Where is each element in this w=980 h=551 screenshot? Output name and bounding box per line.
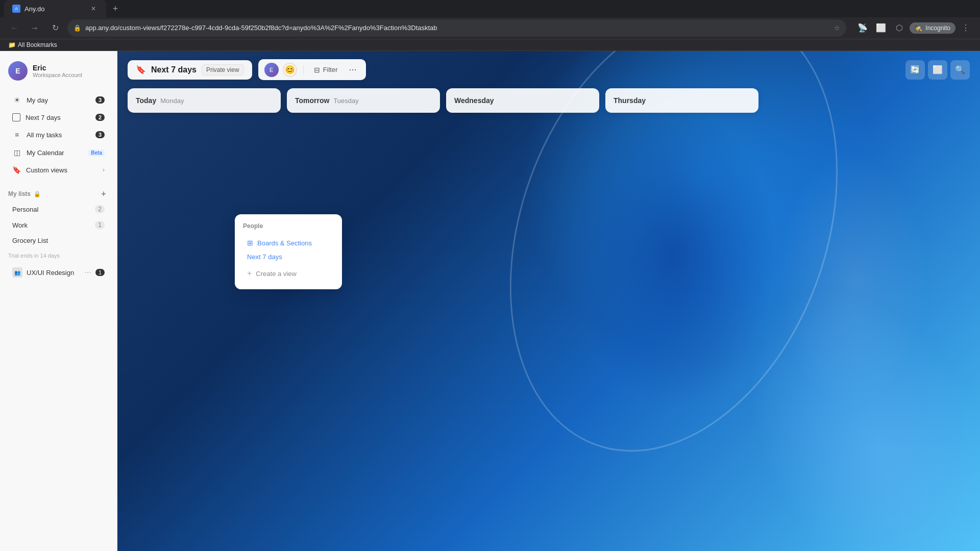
workspace-more-icon[interactable]: ⋯ <box>84 268 91 277</box>
view-header: 🔖 Next 7 days Private view E 😊 ⊟ Filter … <box>117 51 980 88</box>
day-column-tomorrow: Tomorrow Tuesday <box>287 88 440 113</box>
popup-create-view[interactable]: + Create a view <box>243 266 334 281</box>
window-icon[interactable]: ⬜ <box>873 20 889 36</box>
tab-favicon: A <box>12 5 20 13</box>
tomorrow-day-name: Tuesday <box>333 97 358 105</box>
my-day-label: My day <box>27 96 90 104</box>
my-lists-section: My lists 🔒 + <box>0 183 117 201</box>
workspace-item[interactable]: 👥 UX/UI Redesign ⋯ 1 <box>4 263 113 282</box>
browser-tabs: A Any.do ✕ + <box>0 0 980 17</box>
user-info: Eric Workspace Account <box>33 64 109 78</box>
new-tab-button[interactable]: + <box>108 2 122 16</box>
incognito-label: Incognito <box>925 24 950 32</box>
add-list-button[interactable]: + <box>99 189 109 199</box>
header-avatar[interactable]: E <box>264 63 279 77</box>
sidebar-header: E Eric Workspace Account <box>0 51 117 87</box>
next-7-days-popup-label: Next 7 days <box>247 253 282 261</box>
app-container: E Eric Workspace Account ☀ My day 3 Next… <box>0 51 980 551</box>
all-bookmarks-folder[interactable]: 📁 All Bookmarks <box>8 41 57 48</box>
custom-views-row[interactable]: 🔖 Custom views › <box>4 162 113 178</box>
list-item-grocery[interactable]: Grocery List <box>4 233 113 248</box>
day-header-wednesday: Wednesday <box>454 96 591 105</box>
my-lists-title: My lists 🔒 + <box>8 189 109 199</box>
today-label: Today <box>136 96 156 105</box>
layout-button[interactable]: ⬜ <box>928 60 947 80</box>
my-lists-label: My lists <box>8 190 31 197</box>
sidebar-item-my-day[interactable]: ☀ My day 3 <box>4 91 113 109</box>
search-button[interactable]: 🔍 <box>950 60 970 80</box>
view-title: Next 7 days <box>151 65 197 74</box>
personal-count: 2 <box>95 205 105 213</box>
separator <box>303 65 304 74</box>
filter-label: Filter <box>323 66 338 73</box>
day-column-thursday: Thursday <box>605 88 758 113</box>
list-item-work[interactable]: Work 1 <box>4 217 113 233</box>
sidebar-item-next-7-days[interactable]: Next 7 days 2 <box>4 109 113 126</box>
custom-views-popup: People ⊞ Boards & Sections Next 7 days +… <box>235 214 342 289</box>
popup-item-next-7-days[interactable]: Next 7 days <box>243 250 334 264</box>
day-header-tomorrow: Tomorrow Tuesday <box>295 96 432 105</box>
header-actions: E 😊 ⊟ Filter ··· <box>258 59 366 80</box>
header-right-actions: 🔄 ⬜ 🔍 <box>905 60 970 80</box>
beta-badge: Beta <box>88 149 105 156</box>
tab-close-button[interactable]: ✕ <box>89 4 98 13</box>
grocery-label: Grocery List <box>12 237 105 244</box>
extension-icon[interactable]: ⬡ <box>891 20 908 36</box>
popup-item-boards-sections[interactable]: ⊞ Boards & Sections <box>243 236 334 250</box>
browser-toolbar: ← → ↻ 🔒 app.any.do/custom-views/f272278e… <box>0 17 980 39</box>
plus-icon: + <box>247 269 252 278</box>
trial-label: Trial ends in 14 days <box>8 253 60 259</box>
address-bar[interactable]: 🔒 app.any.do/custom-views/f272278e-c997-… <box>67 19 846 37</box>
workspace-badge: 1 <box>95 269 105 276</box>
thursday-label: Thursday <box>614 96 646 105</box>
more-menu-icon[interactable]: ⋮ <box>958 20 974 36</box>
header-emoji-avatar[interactable]: 😊 <box>283 63 297 77</box>
chevron-right-icon: › <box>103 166 105 173</box>
private-badge: Private view <box>202 64 244 76</box>
back-button[interactable]: ← <box>6 20 22 36</box>
lock-icon: 🔒 <box>34 191 41 197</box>
my-calendar-label: My Calendar <box>27 149 83 157</box>
all-tasks-badge: 3 <box>95 131 105 138</box>
filter-button[interactable]: ⊟ Filter <box>310 64 342 76</box>
main-content: 🔖 Next 7 days Private view E 😊 ⊟ Filter … <box>117 51 980 551</box>
bookmark-star-icon[interactable]: ☆ <box>834 24 840 32</box>
day-header-thursday: Thursday <box>614 96 750 105</box>
user-name: Eric <box>33 64 109 72</box>
tab-title: Any.do <box>24 5 45 13</box>
list-item-personal[interactable]: Personal 2 <box>4 202 113 217</box>
lock-icon: 🔒 <box>74 24 81 32</box>
user-avatar[interactable]: E <box>8 61 28 81</box>
browser-chrome: A Any.do ✕ + ← → ↻ 🔒 app.any.do/custom-v… <box>0 0 980 51</box>
today-day-name: Monday <box>160 97 184 105</box>
active-tab[interactable]: A Any.do ✕ <box>4 0 106 17</box>
days-container: Today Monday Tomorrow Tuesday Wednesday … <box>117 88 980 551</box>
sidebar-item-all-tasks[interactable]: ≡ All my tasks 3 <box>4 126 113 143</box>
sync-button[interactable]: 🔄 <box>905 60 925 80</box>
view-title-area: 🔖 Next 7 days Private view <box>128 60 252 80</box>
day-header-today: Today Monday <box>136 96 273 105</box>
bookmarks-bar: 📁 All Bookmarks <box>0 39 980 51</box>
sidebar-nav: ☀ My day 3 Next 7 days 2 ≡ All my tasks … <box>0 87 117 183</box>
custom-views-label: Custom views <box>26 166 97 174</box>
day-column-wednesday: Wednesday <box>446 88 599 113</box>
cast-icon[interactable]: 📡 <box>854 20 871 36</box>
refresh-button[interactable]: ↻ <box>47 20 63 36</box>
forward-button[interactable]: → <box>27 20 43 36</box>
sidebar-item-my-calendar[interactable]: ◫ My Calendar Beta <box>4 144 113 161</box>
create-view-label: Create a view <box>256 270 296 278</box>
custom-views-icon: 🔖 <box>12 166 21 174</box>
tomorrow-label: Tomorrow <box>295 96 329 105</box>
workspace-icon: 👥 <box>12 267 22 278</box>
toolbar-right: 📡 ⬜ ⬡ 🕵 Incognito ⋮ <box>854 20 974 36</box>
bookmark-icon: 🔖 <box>136 65 146 74</box>
url-text: app.any.do/custom-views/f272278e-c997-4c… <box>85 24 437 32</box>
incognito-badge: 🕵 Incognito <box>910 22 955 34</box>
work-label: Work <box>12 221 90 229</box>
more-options-button[interactable]: ··· <box>346 62 360 77</box>
user-subtitle: Workspace Account <box>33 72 109 78</box>
next-7-days-badge: 2 <box>95 114 105 121</box>
trial-info: Trial ends in 14 days <box>0 248 117 263</box>
folder-icon: 📁 <box>8 41 16 48</box>
next-7-days-label: Next 7 days <box>26 114 90 121</box>
